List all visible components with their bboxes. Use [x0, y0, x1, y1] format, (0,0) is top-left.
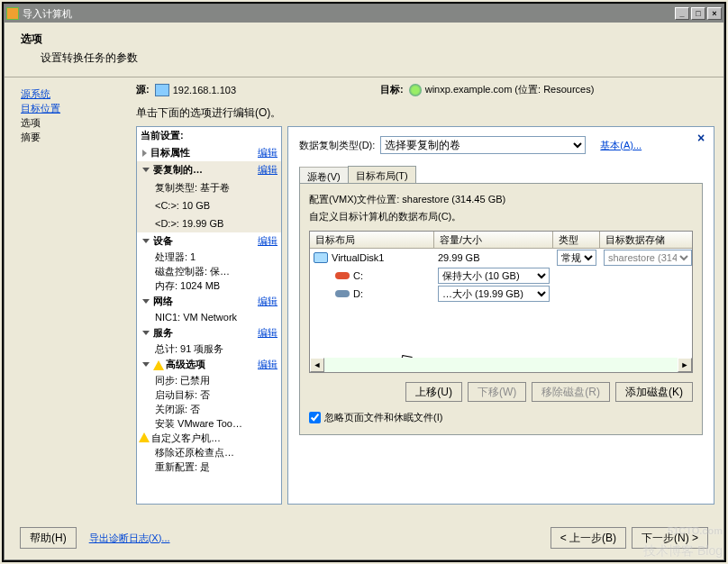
table-row[interactable]: VirtualDisk1 29.99 GB 常规 sharestore (314…: [310, 249, 692, 267]
group-advanced[interactable]: 高级选项: [166, 358, 256, 371]
server-icon: [155, 84, 169, 96]
current-settings-label: 当前设置:: [137, 127, 281, 144]
size-select-d[interactable]: …大小 (19.99 GB): [438, 286, 550, 302]
back-button[interactable]: < 上一步(B): [551, 527, 626, 549]
wizard-header: 选项 设置转换任务的参数: [5, 23, 723, 77]
move-down-button: 下移(W): [468, 382, 526, 402]
install-tools: 安装 VMware Too…: [137, 416, 281, 431]
window-title: 导入计算机: [23, 7, 72, 21]
customize: 自定义客户机…: [137, 431, 281, 445]
edit-link[interactable]: 编辑: [258, 295, 278, 308]
boot-target: 启动目标: 否: [137, 387, 281, 402]
reconfig: 重新配置: 是: [137, 459, 281, 474]
tab-content: 配置(VMX)文件位置: sharestore (314.45 GB) 自定义目…: [299, 183, 703, 435]
header-title: 选项: [21, 32, 709, 47]
tab-source-volumes[interactable]: 源卷(V): [299, 167, 349, 184]
edit-link[interactable]: 编辑: [258, 234, 278, 248]
nav-summary: 摘要: [21, 130, 120, 144]
size-select-c[interactable]: 保持大小 (10 GB): [438, 268, 550, 284]
wizard-footer: 帮助(H) 导出诊断日志(X)... < 上一步(B) 下一步(N) >: [4, 524, 724, 551]
export-diag-link[interactable]: 导出诊断日志(X)...: [89, 532, 170, 545]
copy-type-select[interactable]: 选择要复制的卷: [380, 136, 586, 154]
source-ip: 192.168.1.103: [173, 85, 236, 96]
chevron-right-icon[interactable]: [142, 150, 147, 157]
titlebar: 导入计算机 _ □ ×: [5, 5, 723, 23]
vmx-location: 配置(VMX)文件位置: sharestore (314.45 GB): [309, 193, 693, 206]
table-row[interactable]: D: …大小 (19.99 GB): [310, 285, 692, 303]
dest-label: 目标:: [380, 83, 404, 96]
col-datastore[interactable]: 目标数据存储: [600, 232, 692, 248]
partition-icon: [335, 290, 350, 297]
group-network[interactable]: 网络: [153, 295, 256, 308]
type-select[interactable]: 常规: [557, 250, 596, 266]
disk-table: 目标布局 容量/大小 类型 目标数据存储 VirtualDisk1 29.99 …: [309, 231, 693, 373]
main-content: 源: 192.168.1.103 目标: winxp.example.com (…: [131, 77, 723, 533]
chevron-down-icon[interactable]: [142, 362, 150, 367]
ignore-pagefile-checkbox[interactable]: 忽略页面文件和休眠文件(I): [309, 411, 693, 424]
group-target-props[interactable]: 目标属性: [150, 146, 256, 159]
col-capacity[interactable]: 容量/大小: [434, 232, 553, 248]
chevron-down-icon[interactable]: [142, 239, 150, 243]
custom-layout-label: 自定义目标计算机的数据布局(C)。: [309, 210, 693, 223]
nav-source-system[interactable]: 源系统: [21, 86, 120, 101]
detail-panel: × 数据复制类型(D): 选择要复制的卷 基本(A)... 源卷(V) 目标布局…: [287, 126, 714, 505]
help-button[interactable]: 帮助(H): [20, 527, 77, 549]
restore-chk: 移除还原检查点…: [137, 445, 281, 459]
move-up-button[interactable]: 上移(U): [405, 382, 462, 402]
col-type[interactable]: 类型: [553, 232, 600, 248]
col-layout[interactable]: 目标布局: [310, 232, 434, 248]
close-button[interactable]: ×: [707, 7, 722, 20]
disk-ctrl: 磁盘控制器: 保…: [137, 264, 281, 278]
next-button[interactable]: 下一步(N) >: [632, 527, 708, 549]
cpu: 处理器: 1: [137, 250, 281, 264]
globe-icon: [409, 84, 422, 96]
chevron-down-icon[interactable]: [142, 331, 150, 335]
source-label: 源:: [136, 83, 150, 96]
nav-target-location[interactable]: 目标位置: [21, 101, 120, 115]
scroll-right-icon[interactable]: ►: [678, 358, 692, 372]
nav-options: 选项: [21, 115, 120, 130]
tab-target-layout[interactable]: 目标布局(T): [348, 166, 416, 184]
dest-value: winxp.example.com (位置: Resources): [425, 83, 595, 96]
dialog-window: 导入计算机 _ □ × 选项 设置转换任务的参数 源系统 目标位置 选项 摘要 …: [4, 4, 724, 560]
copy-type: 复制类型: 基于卷: [137, 178, 281, 196]
group-devices[interactable]: 设备: [153, 234, 256, 248]
maximize-button[interactable]: □: [691, 7, 705, 20]
nic1: NIC1: VM Network: [137, 310, 281, 324]
d-drive: <D:>: 19.99 GB: [137, 214, 281, 232]
group-to-copy[interactable]: 要复制的…: [153, 163, 256, 177]
app-icon: [6, 7, 19, 20]
svc-total: 总计: 91 项服务: [137, 341, 281, 356]
edit-link[interactable]: 编辑: [258, 358, 278, 371]
add-disk-button[interactable]: 添加磁盘(K): [615, 382, 693, 402]
group-services[interactable]: 服务: [153, 326, 256, 340]
settings-tree[interactable]: 当前设置: 目标属性编辑 要复制的…编辑 复制类型: 基于卷 <C:>: 10 …: [136, 126, 282, 505]
copy-type-label: 数据复制类型(D):: [299, 139, 375, 152]
datastore-select[interactable]: sharestore (314.: [604, 250, 692, 266]
c-drive: <C:>: 10 GB: [137, 196, 281, 214]
checkbox-input[interactable]: [309, 412, 321, 423]
edit-link[interactable]: 编辑: [258, 146, 278, 159]
instruction: 单击下面的选项进行编辑(O)。: [136, 105, 714, 121]
horizontal-scrollbar[interactable]: ◄ ►: [310, 358, 692, 372]
chevron-down-icon[interactable]: [142, 299, 150, 304]
partition-icon: [335, 272, 350, 279]
shutdown-src: 关闭源: 否: [137, 402, 281, 416]
panel-close-icon[interactable]: ×: [694, 131, 708, 145]
basic-link[interactable]: 基本(A)...: [600, 139, 642, 152]
header-subtitle: 设置转换任务的参数: [41, 50, 709, 66]
warning-icon: [153, 360, 164, 370]
memory: 内存: 1024 MB: [137, 278, 281, 293]
warning-icon: [139, 432, 150, 442]
remove-disk-button: 移除磁盘(R): [532, 382, 610, 402]
minimize-button[interactable]: _: [675, 7, 689, 20]
chevron-down-icon[interactable]: [142, 168, 150, 172]
edit-link[interactable]: 编辑: [258, 326, 278, 340]
edit-link[interactable]: 编辑: [258, 163, 278, 177]
disk-icon: [314, 252, 328, 263]
wizard-steps: 源系统 目标位置 选项 摘要: [5, 77, 131, 533]
table-row[interactable]: C: 保持大小 (10 GB): [310, 267, 692, 285]
scroll-left-icon[interactable]: ◄: [310, 358, 324, 372]
sync: 同步: 已禁用: [137, 373, 281, 387]
